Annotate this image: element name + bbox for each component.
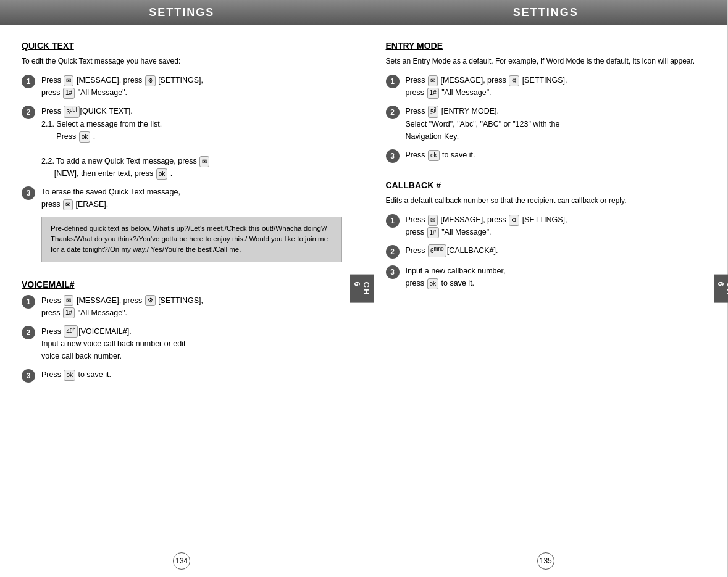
callback-step3-text: Input a new callback number, press ok to… [406, 265, 706, 289]
entry-mode-step-2: 2 Press 5jl [ENTRY MODE]. Select "Word",… [386, 105, 706, 143]
voicemail-step-1: 1 Press ✉ [MESSAGE], press ⚙ [SETTINGS],… [22, 294, 342, 319]
cb-circle-1: 1 [386, 214, 400, 228]
quick-text-step-1: 1 Press ✉ [MESSAGE], press ⚙ [SETTINGS],… [22, 74, 342, 99]
em-settings-key: ⚙ [509, 75, 519, 86]
callback-step-3: 3 Input a new callback number, press ok … [386, 265, 706, 289]
voicemail-title: VOICEMAIL# [22, 280, 342, 289]
quick-text-title: QUICK TEXT [22, 41, 342, 51]
quick-text-step3-text: To erase the saved Quick Text message, p… [41, 186, 342, 210]
entry-mode-title: ENTRY MODE [386, 41, 706, 51]
voicemail-step-2: 2 Press 4gh[VOICEMAIL#]. Input a new voi… [22, 325, 342, 363]
entry-mode-step-1: 1 Press ✉ [MESSAGE], press ⚙ [SETTINGS],… [386, 74, 706, 99]
step-circle-1: 1 [22, 75, 35, 88]
em-msg-key: ✉ [428, 75, 438, 86]
em-ok-key: ok [428, 150, 440, 161]
cb-ok-key: ok [427, 278, 439, 289]
step-circle-2: 2 [22, 106, 35, 119]
vm-one-key: 1# [63, 307, 75, 318]
cb-one-key: 1# [427, 227, 439, 238]
entry-mode-step1-text: Press ✉ [MESSAGE], press ⚙ [SETTINGS], p… [406, 74, 706, 99]
vm-msg-key: ✉ [64, 295, 73, 306]
quick-text-step-2: 2 Press 3def[QUICK TEXT]. 2.1. Select a … [22, 105, 342, 180]
cb-settings-key: ⚙ [509, 215, 519, 226]
cb-circle-3: 3 [386, 265, 400, 279]
four-key: 4gh [64, 325, 78, 338]
vm-settings-key: ⚙ [145, 295, 156, 306]
callback-step-1: 1 Press ✉ [MESSAGE], press ⚙ [SETTINGS],… [386, 214, 706, 238]
callback-step-2: 2 Press 6mno[CALLBACK#]. [386, 244, 706, 259]
callback-step1-text: Press ✉ [MESSAGE], press ⚙ [SETTINGS], p… [406, 214, 706, 238]
quick-text-step2-text: Press 3def[QUICK TEXT]. 2.1. Select a me… [41, 105, 342, 180]
three-key: 3def [64, 106, 79, 118]
entry-mode-desc: Sets an Entry Mode as a default. For exa… [386, 56, 706, 67]
settings-key: ⚙ [145, 75, 156, 86]
voicemail-step2-text: Press 4gh[VOICEMAIL#]. Input a new voice… [41, 325, 342, 363]
new-key: ✉ [199, 156, 209, 167]
vm-ok-key: ok [64, 370, 75, 381]
right-content: ENTRY MODE Sets an Entry Mode as a defau… [364, 25, 728, 577]
ok-key2: ok [156, 168, 168, 180]
predef-box: Pre-defined quick text as below. What's … [41, 217, 342, 262]
em-one-key: 1# [427, 88, 439, 99]
msg-key: ✉ [64, 75, 73, 86]
entry-mode-step3-text: Press ok to save it. [406, 149, 706, 161]
right-page-num: 135 [537, 552, 554, 570]
entry-mode-step2-text: Press 5jl [ENTRY MODE]. Select "Word", "… [406, 105, 706, 143]
right-ch-tab: CH6 [714, 274, 728, 303]
ok-key: ok [79, 131, 91, 143]
callback-desc: Edits a default callback number so that … [386, 195, 706, 206]
em-circle-2: 2 [386, 106, 400, 119]
em-circle-3: 3 [386, 149, 400, 163]
erase-key: ✉ [63, 199, 73, 210]
voicemail-step-3: 3 Press ok to save it. [22, 368, 342, 383]
quick-text-desc: To edit the Quick Text message you have … [22, 56, 342, 67]
voicemail-step1-text: Press ✉ [MESSAGE], press ⚙ [SETTINGS], p… [41, 294, 342, 319]
quick-text-step-3: 3 To erase the saved Quick Text message,… [22, 186, 342, 210]
left-page-num: 134 [173, 552, 190, 570]
voicemail-step3-text: Press ok to save it. [41, 368, 342, 381]
cb-msg-key: ✉ [428, 215, 438, 226]
quick-text-step1-text: Press ✉ [MESSAGE], press ⚙ [SETTINGS], p… [41, 74, 342, 99]
one-key: 1# [63, 88, 75, 99]
entry-mode-step-3: 3 Press ok to save it. [386, 149, 706, 163]
left-content: QUICK TEXT To edit the Quick Text messag… [0, 25, 364, 577]
vm-circle-2: 2 [22, 326, 35, 339]
step-circle-3: 3 [22, 186, 35, 200]
callback-step2-text: Press 6mno[CALLBACK#]. [406, 244, 706, 257]
right-header: SETTINGS [364, 0, 728, 25]
vm-circle-3: 3 [22, 369, 35, 383]
six-key: 6mno [428, 244, 446, 257]
left-ch-tab: CH6 [350, 274, 374, 303]
left-page: SETTINGS QUICK TEXT To edit the Quick Te… [0, 0, 364, 577]
five-key: 5jl [428, 106, 438, 118]
left-header: SETTINGS [0, 0, 364, 25]
em-circle-1: 1 [386, 75, 400, 88]
vm-circle-1: 1 [22, 295, 35, 309]
cb-circle-2: 2 [386, 245, 400, 259]
callback-title: CALLBACK # [386, 180, 706, 190]
right-page: SETTINGS ENTRY MODE Sets an Entry Mode a… [364, 0, 729, 577]
